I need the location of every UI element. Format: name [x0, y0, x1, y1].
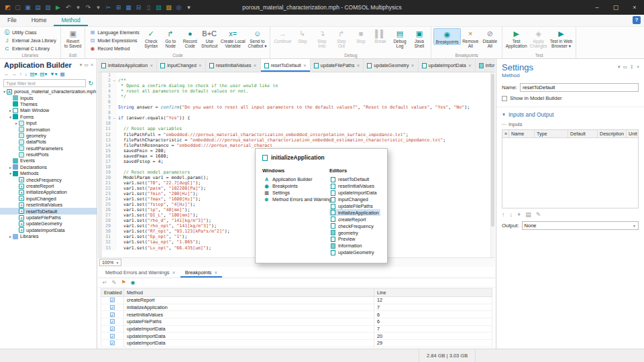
- tree-item-themes[interactable]: Themes: [0, 101, 97, 107]
- external-c-library-button[interactable]: CExternal C Library: [2, 44, 58, 52]
- add-input-icon[interactable]: +: [517, 211, 521, 218]
- maximize-button[interactable]: ▢: [606, 0, 625, 15]
- checkbox-checked-icon[interactable]: ✓: [110, 326, 115, 331]
- scrollbar-thumb[interactable]: [491, 74, 494, 227]
- tree-item-initializeapplication[interactable]: ≡initializeApplication: [0, 189, 97, 195]
- editor-item-createreport[interactable]: createReport: [329, 216, 380, 223]
- remove-all-button[interactable]: ×Remove All: [461, 28, 480, 49]
- editor-tab-updateimportdata[interactable]: updateImportData✕: [419, 59, 476, 72]
- ribbon-tab-method[interactable]: Method: [54, 15, 87, 26]
- zoom-control[interactable]: 100% ▼: [99, 259, 121, 266]
- app-builder-icon[interactable]: ▧: [164, 0, 173, 15]
- redo-icon[interactable]: ↷: [84, 0, 93, 15]
- save-icon[interactable]: ▤: [34, 0, 42, 15]
- paste-icon[interactable]: ▦: [124, 0, 133, 15]
- check-syntax-button[interactable]: ✓Check Syntax: [142, 28, 161, 49]
- send-to-chatbot-button[interactable]: ☺Send to Chatbot ▾: [247, 28, 268, 49]
- editor-item-geometry[interactable]: geometry: [329, 229, 380, 236]
- duplicate-icon[interactable]: ⊟: [134, 0, 143, 15]
- filter-input[interactable]: [3, 79, 86, 87]
- copy-icon[interactable]: ⊞: [114, 0, 123, 15]
- editor-item-resettodefault[interactable]: resetToDefault: [329, 176, 380, 183]
- expand-arrow-icon[interactable]: ▸: [8, 234, 13, 239]
- zoom-extents-icon[interactable]: ◎: [174, 0, 183, 15]
- editor-tab-inputchanged[interactable]: inputChanged✕: [157, 59, 206, 72]
- test-application-button[interactable]: ▶Test Application: [504, 28, 529, 49]
- tree-item-information[interactable]: information: [0, 126, 97, 132]
- tree-item-dataplots[interactable]: dataPlots: [0, 139, 97, 145]
- inputs-and-output-section[interactable]: ▼ Inputs and Output: [496, 107, 644, 120]
- ribbon-tab-file[interactable]: File: [0, 15, 24, 26]
- delete-icon[interactable]: ▯: [144, 0, 153, 15]
- close-settings-icon[interactable]: ×: [637, 64, 639, 70]
- table-row[interactable]: ✓updateImportData29: [101, 340, 492, 347]
- tree-item-updateimportdata[interactable]: ≡updateImportData: [0, 227, 97, 233]
- create-local-variable-button[interactable]: x=Create Local Variable: [219, 28, 247, 49]
- fold-marker-icon[interactable]: −: [112, 115, 117, 121]
- output-select[interactable]: None ▼: [522, 221, 639, 230]
- expand-arrow-icon[interactable]: ▸: [14, 121, 19, 125]
- cut-icon[interactable]: ✂: [104, 0, 113, 15]
- float-panel-icon[interactable]: ▭: [84, 62, 89, 68]
- table-row[interactable]: ✓updateImportData7: [101, 325, 492, 333]
- collapse-arrow-icon[interactable]: ▾: [8, 171, 13, 176]
- editor-item-information[interactable]: information: [329, 243, 380, 249]
- column-header-unit[interactable]: Unit: [627, 130, 638, 137]
- run-icon[interactable]: ▶: [54, 0, 62, 15]
- use-shortcut-button[interactable]: B+CUse Shortcut: [200, 28, 219, 49]
- save-preview-icon[interactable]: ▥: [44, 0, 52, 15]
- open-file-icon[interactable]: ▣: [23, 0, 32, 15]
- tree-item-geometry[interactable]: geometry: [0, 133, 97, 139]
- column-header-line[interactable]: Line: [374, 289, 492, 297]
- expand-arrow-icon[interactable]: ▸: [8, 108, 13, 113]
- model-builder-icon[interactable]: ▨: [154, 0, 163, 15]
- tree-item-resetinitialvalues[interactable]: ≡resetInitialValues: [0, 202, 97, 208]
- tree-item-inputchanged[interactable]: ≡inputChanged: [0, 196, 97, 202]
- tree-item-checkfrequency[interactable]: ≡checkFrequency: [0, 176, 97, 182]
- java-shell-button[interactable]: ▣Java Shell: [409, 28, 429, 49]
- breakpoints-button[interactable]: ◉Breakpoints: [433, 28, 460, 45]
- show-options-icon[interactable]: ▤▾: [30, 71, 38, 77]
- refresh-icon[interactable]: ↻: [88, 80, 93, 86]
- close-tab-icon[interactable]: ✕: [303, 63, 307, 68]
- tree-item-input[interactable]: ▸input: [0, 120, 97, 126]
- bottom-tab-breakpoints[interactable]: Breakpoints✕: [180, 267, 223, 278]
- forward-icon[interactable]: →: [12, 71, 17, 77]
- test-in-web-browser-button[interactable]: ▶Test in Web Browser ▾: [549, 28, 574, 49]
- close-tab-icon[interactable]: ✕: [172, 270, 176, 275]
- collapse-arrow-icon[interactable]: ▾: [8, 115, 13, 119]
- customize-icon[interactable]: ▾: [184, 0, 193, 15]
- column-header-enabled[interactable]: Enabled: [101, 289, 124, 297]
- edit-input-icon[interactable]: ✎: [536, 211, 541, 218]
- checkbox-checked-icon[interactable]: ✓: [110, 312, 115, 317]
- toggle-breakpoints-icon[interactable]: ◉: [131, 280, 136, 286]
- method-name-field[interactable]: [520, 83, 639, 92]
- edit-condition-icon[interactable]: ✎: [112, 280, 117, 286]
- editor-tab-initializeapplication[interactable]: initializeApplication✕: [98, 59, 157, 72]
- goto-source-icon[interactable]: ↵: [103, 280, 107, 286]
- move-input-down-icon[interactable]: ↓: [510, 211, 513, 218]
- table-row[interactable]: ✓resetInitialValues6: [101, 311, 492, 318]
- close-tab-icon[interactable]: ✕: [150, 63, 153, 68]
- editor-scrollbar[interactable]: [490, 72, 495, 257]
- ribbon-tab-home[interactable]: Home: [24, 15, 54, 26]
- redo-chevron-icon[interactable]: ▾: [94, 0, 103, 15]
- collapse-arrow-icon[interactable]: ▾: [2, 89, 7, 94]
- tree-item-forms[interactable]: ▾Forms: [0, 114, 97, 120]
- undo-chevron-icon[interactable]: ▾: [74, 0, 83, 15]
- bottom-tab-method-errors-and-warnings[interactable]: Method Errors and Warnings✕: [101, 267, 180, 278]
- window-application-builder[interactable]: AApplication Builder: [262, 176, 329, 183]
- tree-item-events[interactable]: Events: [0, 158, 97, 164]
- editor-tab-resettodefault[interactable]: resetToDefault✕: [261, 59, 311, 72]
- tree-item-porous-material-characterization-mph-root[interactable]: ▾Aporous_material_characterization.mph (…: [0, 88, 97, 95]
- column-header-method[interactable]: Method: [124, 289, 374, 297]
- table-row[interactable]: ✓createReport12: [101, 297, 492, 304]
- tree-item-methods[interactable]: ▾Methods: [0, 170, 97, 176]
- close-tab-icon[interactable]: ✕: [254, 63, 257, 68]
- column-header-default[interactable]: Default: [568, 130, 598, 137]
- close-tab-icon[interactable]: ✕: [199, 63, 202, 68]
- tree-item-updategeometry[interactable]: ≡updateGeometry: [0, 221, 97, 227]
- editor-item-checkfrequency[interactable]: checkFrequency: [329, 223, 380, 229]
- column-header-description[interactable]: Description: [598, 130, 627, 137]
- help-button[interactable]: ?: [633, 16, 641, 24]
